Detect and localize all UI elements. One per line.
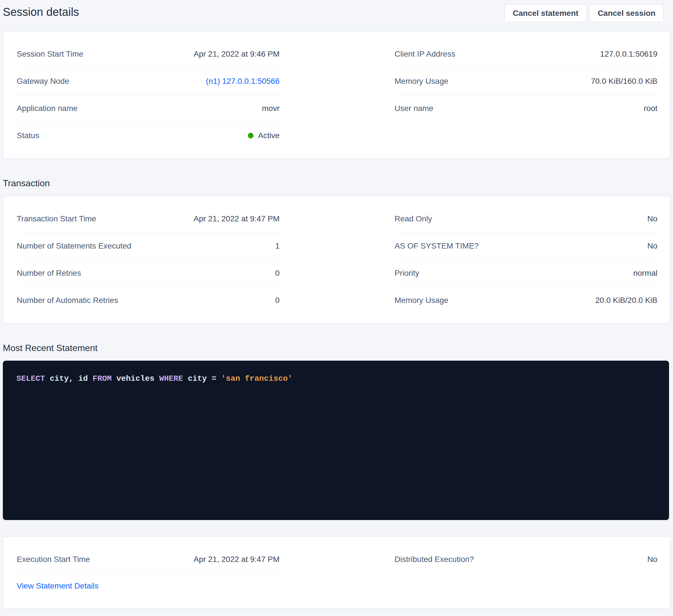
cancel-session-button[interactable]: Cancel session xyxy=(590,5,664,22)
row-label: Application name xyxy=(17,104,77,113)
statement-section-heading: Most Recent Statement xyxy=(3,342,670,353)
row-label: Session Start Time xyxy=(17,49,83,59)
summary-row: Transaction Start TimeApr 21, 2022 at 9:… xyxy=(17,205,279,232)
row-value: movr xyxy=(262,104,279,113)
summary-row: Execution Start TimeApr 21, 2022 at 9:47… xyxy=(17,546,279,573)
execution-rows: Execution Start TimeApr 21, 2022 at 9:47… xyxy=(17,546,279,573)
status-text: Active xyxy=(258,131,279,140)
summary-row: Read OnlyNo xyxy=(395,205,657,232)
row-label: Read Only xyxy=(395,214,432,223)
summary-row: Number of Retries0 xyxy=(17,260,279,287)
row-value: Apr 21, 2022 at 9:47 PM xyxy=(194,555,279,564)
summary-row: AS OF SYSTEM TIME?No xyxy=(395,232,657,260)
row-label: AS OF SYSTEM TIME? xyxy=(395,242,479,251)
status-active-dot-icon xyxy=(248,133,253,138)
row-label: Transaction Start Time xyxy=(17,214,96,223)
row-label: Execution Start Time xyxy=(17,555,90,564)
session-details-page: Session details Cancel statement Cancel … xyxy=(0,0,673,608)
row-value: Apr 21, 2022 at 9:47 PM xyxy=(194,214,279,223)
summary-row: Memory Usage20.0 KiB/20.0 KiB xyxy=(395,287,657,314)
sql-token-keyword: FROM xyxy=(92,374,111,383)
execution-summary-card: Execution Start TimeApr 21, 2022 at 9:47… xyxy=(3,537,670,608)
summary-row: StatusActive xyxy=(17,122,279,149)
sql-statement-text: SELECT city, id FROM vehicles WHERE city… xyxy=(16,374,655,384)
transaction-card-right-column: Read OnlyNoAS OF SYSTEM TIME?NoPriorityn… xyxy=(395,205,657,314)
row-label: Distributed Execution? xyxy=(395,555,474,564)
summary-row: Memory Usage70.0 KiB/160.0 KiB xyxy=(395,68,657,95)
sql-statement-box: SELECT city, id FROM vehicles WHERE city… xyxy=(3,361,669,520)
row-value: 0 xyxy=(275,296,279,305)
row-label: Gateway Node xyxy=(17,77,69,86)
row-value: 127.0.0.1:50619 xyxy=(600,49,657,59)
page-header: Session details Cancel statement Cancel … xyxy=(3,0,670,22)
summary-row: Number of Automatic Retries0 xyxy=(17,287,279,314)
view-statement-details-row: View Statement Details xyxy=(17,573,279,599)
header-actions: Cancel statement Cancel session xyxy=(504,5,664,22)
view-statement-details-link[interactable]: View Statement Details xyxy=(17,582,98,591)
sql-token-plain: city, id xyxy=(45,374,92,383)
row-value: No xyxy=(647,555,657,564)
sql-token-keyword: SELECT xyxy=(16,374,45,383)
sql-token-keyword: WHERE xyxy=(159,374,183,383)
row-value: 0 xyxy=(275,269,279,278)
session-summary-card: Session Start TimeApr 21, 2022 at 9:46 P… xyxy=(3,31,670,159)
summary-row: Application namemovr xyxy=(17,95,279,122)
row-label: Number of Retries xyxy=(17,269,81,278)
sql-token-string: 'san francisco' xyxy=(221,374,292,383)
row-value: No xyxy=(647,214,657,223)
row-value: No xyxy=(647,242,657,251)
row-label: Memory Usage xyxy=(395,77,448,86)
summary-row: Session Start TimeApr 21, 2022 at 9:46 P… xyxy=(17,40,279,68)
summary-row: Distributed Execution?No xyxy=(395,546,657,573)
summary-row: Prioritynormal xyxy=(395,260,657,287)
page-title: Session details xyxy=(3,5,79,19)
row-value: 1 xyxy=(275,242,279,251)
row-label: Priority xyxy=(395,269,419,278)
sql-token-plain: vehicles xyxy=(111,374,159,383)
row-label: Number of Automatic Retries xyxy=(17,296,118,305)
row-value: Apr 21, 2022 at 9:46 PM xyxy=(194,49,279,59)
row-label: User name xyxy=(395,104,433,113)
transaction-card-left-column: Transaction Start TimeApr 21, 2022 at 9:… xyxy=(17,205,279,314)
status-value: Active xyxy=(248,131,279,140)
execution-card-right-column: Distributed Execution?No xyxy=(395,546,657,599)
summary-row: Gateway Node(n1) 127.0.0.1:50566 xyxy=(17,68,279,95)
cancel-statement-button[interactable]: Cancel statement xyxy=(504,5,587,22)
row-value: 20.0 KiB/20.0 KiB xyxy=(596,296,657,305)
row-value: root xyxy=(644,104,657,113)
row-value: normal xyxy=(633,269,657,278)
row-label: Status xyxy=(17,131,39,140)
transaction-summary-card: Transaction Start TimeApr 21, 2022 at 9:… xyxy=(3,196,670,323)
row-label: Number of Statements Executed xyxy=(17,242,132,251)
summary-row: Number of Statements Executed1 xyxy=(17,232,279,260)
row-label: Memory Usage xyxy=(395,296,448,305)
transaction-section-heading: Transaction xyxy=(3,178,670,189)
row-label: Client IP Address xyxy=(395,49,455,59)
execution-card-left-column: Execution Start TimeApr 21, 2022 at 9:47… xyxy=(17,546,279,599)
row-value-link[interactable]: (n1) 127.0.0.1:50566 xyxy=(206,77,279,86)
sql-token-plain: city = xyxy=(183,374,221,383)
summary-row: User nameroot xyxy=(395,95,657,122)
row-value: 70.0 KiB/160.0 KiB xyxy=(591,77,657,86)
session-card-left-column: Session Start TimeApr 21, 2022 at 9:46 P… xyxy=(17,40,279,149)
summary-row: Client IP Address127.0.0.1:50619 xyxy=(395,40,657,68)
session-card-right-column: Client IP Address127.0.0.1:50619Memory U… xyxy=(395,40,657,149)
